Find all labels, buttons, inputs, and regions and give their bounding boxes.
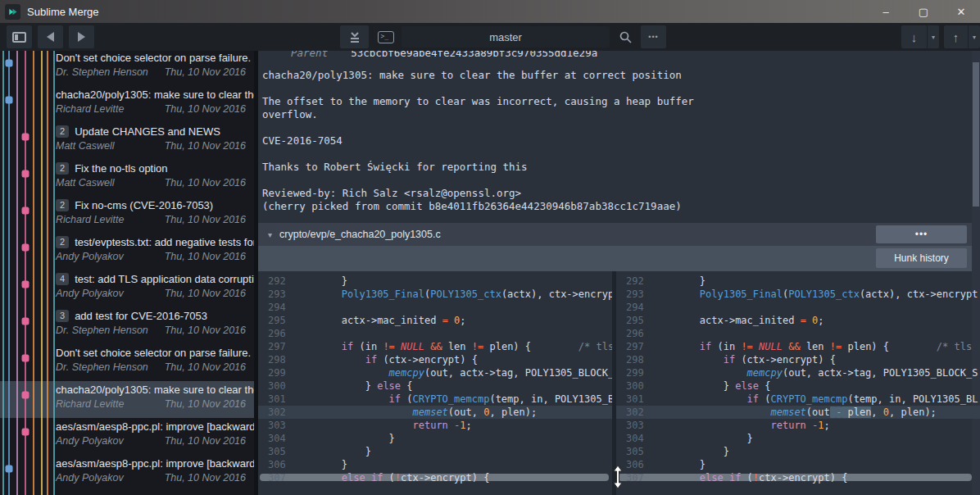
parent-row: Parent53cbcbf6e9abe4fe2433a89bf3c970355d… (262, 51, 980, 60)
diff-line: 295 actx->mac_inited = 0; (258, 314, 612, 327)
commit-author: Richard Levitte (56, 103, 124, 115)
commit-row[interactable]: 4test: add TLS application data corrupti… (0, 270, 254, 307)
toolbar: >_ master ••• ↓ ▾ ↑ ▾ (0, 23, 980, 51)
commit-title: test: add TLS application data corruptio (75, 273, 254, 285)
commit-button[interactable] (340, 25, 369, 48)
file-header-bar[interactable]: ▾ crypto/evp/e_chacha20_poly1305.c ••• (258, 223, 980, 246)
commit-date: Thu, 10 Nov 2016 (165, 325, 246, 336)
diff-line: 294 (616, 301, 980, 314)
line-number: 298 (616, 353, 652, 366)
commit-author: Dr. Stephen Henson (56, 66, 148, 78)
line-number: 292 (258, 275, 294, 288)
commit-author: Dr. Stephen Henson (56, 325, 148, 336)
title-bar: Sublime Merge – ▢ ✕ (0, 0, 980, 23)
open-terminal-button[interactable]: >_ (372, 25, 399, 48)
line-number: 296 (616, 327, 652, 340)
line-number: 295 (616, 314, 652, 327)
commit-date: Thu, 10 Nov 2016 (165, 214, 246, 225)
commit-author: Matt Caswell (56, 177, 115, 188)
vertical-scrollbar-thumb[interactable] (973, 62, 979, 207)
commit-count-badge: 2 (56, 199, 69, 211)
line-number: 304 (616, 432, 652, 445)
diff-line: 299 memcpy(out, actx->tag, POLY1305_BLOC… (616, 366, 980, 379)
diff-line: 301 if (CRYPTO_memcmp(temp, in, POLY1305… (258, 393, 612, 406)
resize-cursor (612, 465, 624, 489)
diff-line: 294 (258, 301, 612, 314)
commit-row[interactable]: chacha20/poly1305: make sure to clear th… (0, 381, 254, 418)
line-number: 293 (258, 288, 294, 301)
line-number: 297 (258, 340, 294, 353)
diff-line: 292 } (258, 275, 612, 288)
commit-author: Andy Polyakov (56, 251, 124, 262)
commit-author: Richard Levitte (56, 214, 124, 225)
diff-line: 300 } else { (258, 379, 612, 393)
push-button[interactable]: ↑ (944, 30, 968, 44)
close-button[interactable]: ✕ (942, 0, 980, 23)
commit-row[interactable]: 2test/evptests.txt: add negative tests f… (0, 234, 254, 270)
commit-title: chacha20/poly1305: make sure to clear th… (56, 89, 254, 101)
commit-author: Dr. Stephen Henson (56, 361, 148, 373)
diff-line: 302 memset(out, 0, plen); (258, 406, 612, 419)
diff-line: 305 } (616, 445, 980, 458)
diff-line: 306 } (616, 458, 980, 471)
line-number: 298 (258, 353, 294, 366)
commit-author: Matt Caswell (56, 140, 115, 152)
commit-title: aes/asm/aesp8-ppc.pl: improve [backward] (56, 457, 254, 470)
parent-hash[interactable]: 53cbcbf6e9abe4fe2433a89bf3c970355dd1e29a (351, 51, 597, 59)
commit-row[interactable]: aes/asm/aesp8-ppc.pl: improve [backward]… (0, 418, 254, 455)
commit-row[interactable]: Don't set choice selector on parse failu… (0, 344, 254, 381)
commit-row[interactable]: chacha20/poly1305: make sure to clear th… (0, 86, 254, 123)
file-more-options-button[interactable]: ••• (876, 225, 967, 243)
maximize-button[interactable]: ▢ (905, 0, 942, 23)
commit-row[interactable]: 2Fix the no-tls optionMatt CaswellThu, 1… (0, 160, 254, 197)
commit-date: Thu, 10 Nov 2016 (165, 251, 246, 262)
push-options-caret[interactable]: ▾ (969, 34, 980, 41)
line-number: 303 (616, 419, 652, 432)
commit-count-badge: 4 (56, 273, 69, 285)
terminal-icon: >_ (378, 31, 394, 43)
commit-date: Thu, 10 Nov 2016 (165, 435, 246, 447)
forward-button[interactable] (69, 25, 94, 48)
line-number: 294 (616, 301, 652, 314)
commit-title: test/evptests.txt: add negative tests fo… (75, 236, 254, 248)
more-options-button[interactable]: ••• (641, 25, 666, 48)
diff-line: 303 return -1; (616, 419, 980, 432)
diff-line: 306 } (258, 458, 612, 471)
commit-row[interactable]: 3add test for CVE-2016-7053Dr. Stephen H… (0, 307, 254, 344)
diff-line: 301 if (CRYPTO_memcmp(temp, in, POLY1305… (616, 393, 980, 406)
diff-line: 304 } (258, 432, 612, 445)
ellipsis-icon: ••• (648, 33, 658, 41)
search-button[interactable] (613, 25, 638, 48)
commit-author: Andy Polyakov (56, 472, 124, 484)
push-split-button: ↑ ▾ (944, 25, 980, 48)
pull-options-caret[interactable]: ▾ (928, 34, 939, 41)
toggle-sidebar-button[interactable] (7, 25, 32, 48)
commit-date: Thu, 10 Nov 2016 (165, 140, 246, 152)
diff-line: 296 (616, 327, 980, 340)
line-number: 300 (258, 379, 294, 393)
hunk-history-button[interactable]: Hunk history (876, 248, 967, 268)
commit-row[interactable]: aes/asm/aesp8-ppc.pl: improve [backward]… (0, 455, 254, 492)
commit-date: Thu, 10 Nov 2016 (165, 361, 246, 373)
commit-date: Thu, 10 Nov 2016 (165, 66, 246, 78)
line-number: 297 (616, 340, 652, 353)
commit-title: Fix the no-tls option (75, 162, 167, 175)
branch-selector[interactable]: master (402, 26, 610, 48)
pull-button[interactable]: ↓ (901, 30, 927, 44)
line-number: 302 (616, 406, 652, 419)
commit-row[interactable]: 2Update CHANGES and NEWSMatt CaswellThu,… (0, 123, 254, 160)
app-window: Sublime Merge – ▢ ✕ >_ master (0, 0, 980, 495)
diff-line: 297 if (in != NULL && len != plen) { /* … (258, 340, 612, 353)
commit-author: Andy Polyakov (56, 435, 124, 447)
diff-pane-old: 292 }293 Poly1305_Final(POLY1305_ctx(act… (258, 271, 612, 495)
collapse-triangle-icon[interactable]: ▾ (268, 230, 272, 239)
minimize-button[interactable]: – (867, 0, 905, 23)
diff-line: 299 memcpy(out, actx->tag, POLY1305_BLOC… (258, 366, 612, 379)
diff-line: 303 return -1; (258, 419, 612, 432)
line-number: 295 (258, 314, 294, 327)
commit-row[interactable]: Don't set choice selector on parse failu… (0, 51, 254, 86)
commit-row[interactable]: 2Fix no-cms (CVE-2016-7053)Richard Levit… (0, 197, 254, 234)
commit-count-badge: 2 (56, 236, 69, 248)
diff-line: 305 } (258, 445, 612, 458)
back-button[interactable] (38, 25, 63, 48)
